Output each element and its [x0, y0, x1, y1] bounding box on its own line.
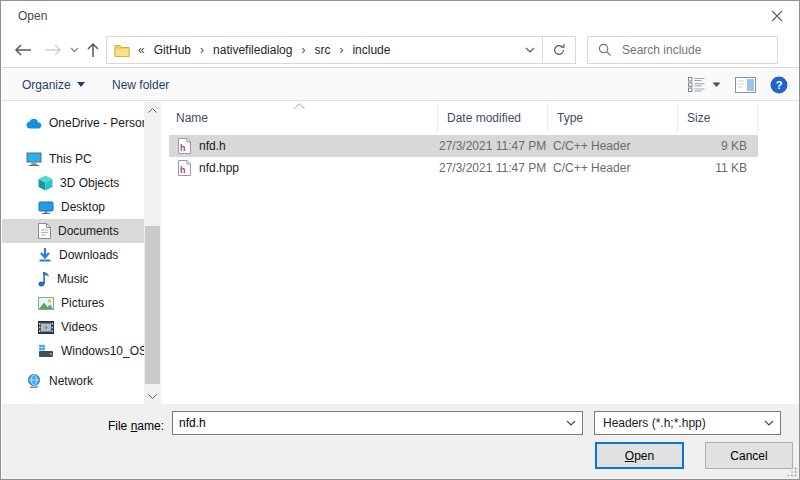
- organize-label: Organize: [22, 78, 71, 92]
- file-name-combobox[interactable]: [172, 411, 583, 435]
- file-size: 11 KB: [619, 161, 747, 175]
- sidebar-item-onedrive[interactable]: OneDrive - Person: [2, 111, 144, 135]
- sidebar-item-label: Network: [49, 374, 93, 388]
- forward-arrow-icon: [44, 43, 62, 57]
- new-folder-label: New folder: [112, 78, 169, 92]
- column-header-name[interactable]: Name: [161, 102, 438, 133]
- breadcrumb-item-include[interactable]: include: [351, 41, 391, 59]
- sidebar-item-label: OneDrive - Person: [49, 116, 144, 130]
- forward-button[interactable]: [40, 40, 66, 60]
- folder-icon: [114, 43, 130, 57]
- column-header-blank[interactable]: [758, 102, 800, 133]
- sidebar-item-videos[interactable]: Videos: [2, 315, 144, 339]
- file-name-dropdown-button[interactable]: [560, 420, 582, 426]
- help-button[interactable]: ?: [770, 76, 788, 94]
- new-folder-button[interactable]: New folder: [112, 69, 169, 100]
- sidebar-item-downloads[interactable]: Downloads: [2, 243, 144, 267]
- breadcrumb-item-nativefiledialog[interactable]: nativefiledialog: [212, 41, 293, 59]
- sidebar-item-windows10-os-drive[interactable]: Windows10_OS (: [2, 339, 144, 363]
- sidebar-item-desktop[interactable]: Desktop: [2, 195, 144, 219]
- sidebar-item-3d-objects[interactable]: 3D Objects: [2, 171, 144, 195]
- documents-icon: [38, 223, 51, 239]
- address-dropdown-button[interactable]: [517, 37, 543, 63]
- sidebar-item-music[interactable]: Music: [2, 267, 144, 291]
- chevron-down-icon: [764, 420, 774, 426]
- chevron-down-icon: [77, 82, 85, 87]
- details-view-icon: [688, 77, 705, 92]
- command-toolbar: Organize New folder: [2, 69, 800, 101]
- chevron-down-icon: [712, 82, 721, 88]
- scrollbar-thumb[interactable]: [145, 226, 160, 384]
- navigation-bar: « GitHub › nativefiledialog › src › incl…: [2, 31, 800, 68]
- sidebar-item-this-pc[interactable]: This PC: [2, 147, 144, 171]
- file-name-label: File name:: [42, 416, 164, 436]
- refresh-icon: [552, 43, 566, 57]
- resize-grip[interactable]: [787, 467, 797, 477]
- cpp-header-file-icon: h: [178, 138, 191, 154]
- sidebar-item-label: Windows10_OS (: [61, 344, 144, 358]
- title-bar[interactable]: Open: [1, 1, 799, 31]
- open-file-dialog: Open: [0, 0, 800, 480]
- change-view-button[interactable]: [688, 77, 721, 92]
- videos-film-icon: [38, 321, 54, 334]
- preview-pane-button[interactable]: [735, 77, 756, 93]
- file-row-nfd-hpp[interactable]: h nfd.hpp 27/3/2021 11:47 PM C/C++ Heade…: [169, 157, 758, 179]
- up-arrow-icon: [86, 42, 100, 58]
- file-type-value: Headers (*.h;*.hpp): [595, 416, 758, 430]
- file-name-input[interactable]: [173, 416, 560, 430]
- music-note-icon: [38, 271, 50, 287]
- file-date-modified: 27/3/2021 11:47 PM: [439, 161, 546, 175]
- sidebar-item-pictures[interactable]: Pictures: [2, 291, 144, 315]
- refresh-button[interactable]: [543, 37, 575, 63]
- file-list: Name Date modified Type Size h nfd.h 27/…: [161, 102, 800, 404]
- file-row-nfd-h[interactable]: h nfd.h 27/3/2021 11:47 PM C/C++ Header …: [169, 135, 758, 157]
- up-button[interactable]: [80, 40, 106, 60]
- svg-text:h: h: [180, 165, 186, 175]
- sidebar-item-label: 3D Objects: [60, 176, 119, 190]
- address-bar[interactable]: « GitHub › nativefiledialog › src › incl…: [106, 36, 576, 64]
- column-header-size[interactable]: Size: [678, 102, 758, 133]
- breadcrumb-item-github[interactable]: GitHub: [153, 41, 192, 59]
- sidebar-item-documents[interactable]: Documents: [2, 219, 144, 243]
- scroll-up-button[interactable]: [144, 102, 161, 118]
- column-header-type[interactable]: Type: [548, 102, 678, 133]
- sidebar-item-label: Videos: [61, 320, 97, 334]
- close-button[interactable]: [754, 1, 799, 31]
- search-input[interactable]: [622, 43, 777, 57]
- file-name: nfd.h: [199, 139, 226, 153]
- breadcrumb-item-src[interactable]: src: [313, 41, 331, 59]
- navigation-pane: OneDrive - Person This PC 3D Objects: [2, 102, 144, 404]
- dialog-title: Open: [18, 9, 47, 23]
- breadcrumb: « GitHub › nativefiledialog › src › incl…: [107, 41, 517, 59]
- organize-button[interactable]: Organize: [22, 69, 85, 100]
- main-area: OneDrive - Person This PC 3D Objects: [2, 102, 800, 404]
- sidebar-item-network[interactable]: Network: [2, 369, 144, 393]
- chevron-down-icon: [566, 420, 576, 426]
- downloads-arrow-icon: [38, 247, 52, 263]
- file-name: nfd.hpp: [199, 161, 239, 175]
- search-box[interactable]: [587, 36, 778, 64]
- file-type-select[interactable]: Headers (*.h;*.hpp): [594, 411, 781, 435]
- close-icon: [771, 10, 783, 22]
- column-headers: Name Date modified Type Size: [161, 102, 800, 133]
- breadcrumb-separator: ›: [300, 43, 306, 57]
- back-button[interactable]: [10, 40, 36, 60]
- file-type-dropdown-button[interactable]: [758, 420, 780, 426]
- back-arrow-icon: [14, 43, 32, 57]
- help-icon: ?: [770, 76, 788, 94]
- sidebar-item-label: Desktop: [61, 200, 105, 214]
- scroll-down-button[interactable]: [144, 388, 161, 404]
- dialog-footer: File name: Headers (*.h;*.hpp) Open Canc…: [2, 404, 800, 480]
- chevron-up-icon: [148, 108, 157, 113]
- cancel-button[interactable]: Cancel: [705, 442, 793, 469]
- breadcrumb-overflow[interactable]: «: [137, 43, 146, 57]
- open-button[interactable]: Open: [595, 442, 684, 469]
- chevron-down-icon: [148, 394, 157, 399]
- sidebar-scrollbar[interactable]: [144, 102, 161, 404]
- chevron-down-icon: [525, 47, 535, 53]
- column-header-date-modified[interactable]: Date modified: [438, 102, 548, 133]
- breadcrumb-separator: ›: [199, 43, 205, 57]
- 3d-objects-cube-icon: [38, 175, 53, 191]
- svg-text:?: ?: [776, 79, 783, 91]
- onedrive-cloud-icon: [26, 118, 42, 129]
